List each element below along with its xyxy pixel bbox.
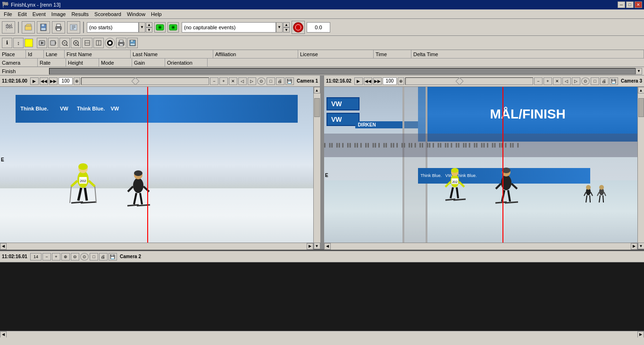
maximize-button[interactable]: □: [626, 1, 634, 8]
menu-edit[interactable]: Edit: [15, 10, 30, 18]
cam1-prev-btn[interactable]: ◀◀: [40, 77, 48, 85]
minimize-button[interactable]: ─: [618, 1, 625, 8]
cam1-slider[interactable]: [81, 77, 209, 85]
cam3-v-scroll-down[interactable]: ▼: [638, 243, 644, 249]
cam2-btn4[interactable]: ⊖: [71, 253, 79, 261]
menu-scoreboard[interactable]: Scoreboard: [92, 10, 124, 18]
menu-image[interactable]: Image: [49, 10, 69, 18]
cam2-h-scroll[interactable]: ◀ ▶: [0, 331, 644, 337]
cam3-play-btn[interactable]: ▶: [354, 77, 363, 85]
cam3-v-scroll-thumb[interactable]: [638, 98, 644, 117]
tb2-btn6[interactable]: [93, 38, 104, 48]
cam2-zoom-num[interactable]: 14: [30, 253, 42, 261]
cam3-x-btn[interactable]: ✕: [553, 77, 561, 85]
tb2-print2-btn[interactable]: [116, 38, 126, 48]
tb2-btn5[interactable]: [82, 38, 92, 48]
cam1-video-image[interactable]: Think Blue. VW Think Blue. VW: [0, 87, 313, 243]
cam2-h-scroll-left[interactable]: ◀: [0, 331, 7, 338]
cam3-zoom[interactable]: 100: [383, 77, 397, 85]
cam1-print-btn[interactable]: 🖨: [276, 77, 284, 85]
cam1-h-scroll-track[interactable]: [7, 243, 307, 250]
print-button[interactable]: [52, 21, 65, 34]
cam1-save-btn[interactable]: 💾: [285, 77, 294, 85]
cam2-strip-area[interactable]: 202: [0, 262, 644, 337]
tb2-zoom-out-btn[interactable]: [59, 38, 70, 48]
cam1-plus-btn[interactable]: +: [219, 77, 228, 85]
cam3-slider[interactable]: [405, 77, 533, 85]
stop-button[interactable]: [292, 21, 305, 34]
camera-btn-2[interactable]: [167, 22, 179, 33]
save-button[interactable]: [37, 21, 50, 34]
cam1-minus-btn[interactable]: −: [210, 77, 218, 85]
cam1-h-scroll-left[interactable]: ◀: [0, 243, 7, 250]
starts-up[interactable]: ▲: [146, 22, 152, 27]
camera-btn-1[interactable]: [154, 22, 166, 33]
cam3-h-scroll-right[interactable]: ▶: [631, 243, 637, 250]
starts-down[interactable]: ▼: [146, 27, 152, 33]
cam1-square-btn[interactable]: □: [267, 77, 275, 85]
events-dropdown[interactable]: (no capturable events): [182, 22, 276, 33]
cam1-play-btn[interactable]: ▶: [30, 77, 39, 85]
finish-scroll-btn[interactable]: ▼: [636, 68, 642, 75]
cam3-h-scroll-left[interactable]: ◀: [324, 243, 331, 250]
cam1-next-btn[interactable]: ▶▶: [49, 77, 58, 85]
cam3-next-btn[interactable]: ▶▶: [373, 77, 382, 85]
cam1-v-scroll-thumb[interactable]: [314, 98, 320, 117]
settings-button[interactable]: [67, 21, 80, 34]
cam1-v-scroll[interactable]: ▲ ▼: [313, 87, 320, 249]
menu-window[interactable]: Window: [124, 10, 148, 18]
starts-dropdown[interactable]: (no starts): [87, 22, 139, 33]
cam2-h-scroll-track[interactable]: [7, 331, 637, 338]
cam1-zoom-btn[interactable]: ⊕: [74, 77, 80, 85]
open-button[interactable]: [22, 21, 35, 34]
cam2-print-btn[interactable]: 🖨: [99, 253, 108, 261]
app-icon-btn[interactable]: 🏁: [2, 21, 15, 34]
cam2-circle-btn[interactable]: ⊙: [80, 253, 89, 261]
cam3-print-btn[interactable]: 🖨: [600, 77, 609, 85]
cam3-h-scroll-track[interactable]: [331, 243, 631, 250]
close-button[interactable]: ✕: [635, 1, 642, 8]
cam3-square-btn[interactable]: □: [591, 77, 599, 85]
tb2-info-btn[interactable]: ℹ: [2, 38, 12, 48]
cam3-plus-btn[interactable]: +: [544, 77, 552, 85]
cam2-plus-btn[interactable]: +: [52, 253, 60, 261]
cam1-circle-btn[interactable]: ⊙: [257, 77, 266, 85]
tb2-cam-btn2[interactable]: [48, 38, 59, 48]
cam3-left-arrow-btn[interactable]: ◁: [562, 77, 571, 85]
cam1-h-scroll-right[interactable]: ▶: [307, 243, 313, 250]
cam1-right-arrow-btn[interactable]: ▷: [248, 77, 256, 85]
number-field[interactable]: 0.0: [307, 22, 330, 33]
events-down[interactable]: ▼: [283, 27, 290, 33]
cam1-v-scroll-down[interactable]: ▼: [314, 243, 320, 249]
cam3-minus-btn[interactable]: −: [534, 77, 543, 85]
events-up[interactable]: ▲: [283, 22, 290, 27]
events-dropdown-arrow[interactable]: ▼: [276, 22, 283, 33]
tb2-cam-btn1[interactable]: [37, 38, 47, 48]
cam3-zoom-btn[interactable]: ⊕: [398, 77, 404, 85]
menu-file[interactable]: File: [1, 10, 15, 18]
cam3-h-scroll[interactable]: ◀ ▶: [324, 243, 637, 249]
cam2-save-btn[interactable]: 💾: [109, 253, 117, 261]
cam1-zoom[interactable]: 100: [59, 77, 73, 85]
tb2-sort-btn[interactable]: ↕: [13, 38, 24, 48]
cam3-right-arrow-btn[interactable]: ▷: [572, 77, 580, 85]
starts-dropdown-arrow[interactable]: ▼: [139, 22, 145, 33]
cam1-left-arrow-btn[interactable]: ◁: [238, 77, 247, 85]
cam3-prev-btn[interactable]: ◀◀: [364, 77, 372, 85]
cam3-v-scroll-up[interactable]: ▲: [638, 87, 644, 93]
cam1-v-scroll-up[interactable]: ▲: [314, 87, 320, 93]
tb2-zoom-in-btn[interactable]: [71, 38, 81, 48]
cam1-h-scroll[interactable]: ◀ ▶: [0, 243, 313, 249]
menu-results[interactable]: Results: [68, 10, 92, 18]
menu-event[interactable]: Event: [30, 10, 49, 18]
cam2-square-btn[interactable]: □: [90, 253, 98, 261]
cam3-v-scroll[interactable]: ▲ ▼: [637, 87, 644, 249]
cam2-btn3[interactable]: ⊕: [61, 253, 70, 261]
tb2-invert-btn[interactable]: [105, 38, 115, 48]
cam1-x-btn[interactable]: ✕: [229, 77, 237, 85]
cam3-save-btn[interactable]: 💾: [610, 77, 618, 85]
cam3-video-image[interactable]: MÅL/FINISH VW VW DIRKEN: [324, 87, 637, 243]
cam3-circle-btn[interactable]: ⊙: [581, 77, 590, 85]
tb2-save2-btn[interactable]: [127, 38, 138, 48]
cam2-h-scroll-right[interactable]: ▶: [637, 331, 644, 338]
